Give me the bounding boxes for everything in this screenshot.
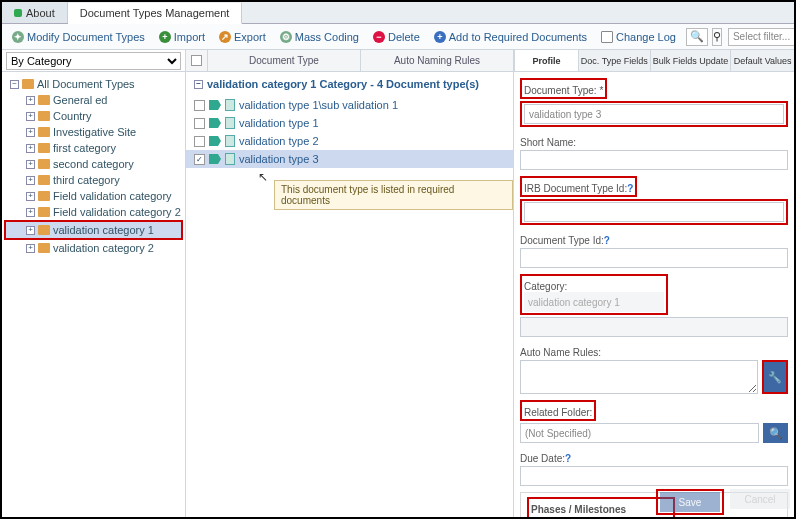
highlight-box: Document Type: * bbox=[520, 78, 607, 99]
document-icon bbox=[225, 135, 235, 147]
due-date-input[interactable] bbox=[520, 466, 788, 486]
tree-item[interactable]: +Field validation category bbox=[4, 188, 183, 204]
tree-root[interactable]: −All Document Types bbox=[4, 76, 183, 92]
tab-dtm[interactable]: Document Types Management bbox=[68, 3, 243, 24]
save-button[interactable]: Save bbox=[660, 492, 720, 512]
help-icon[interactable]: ? bbox=[627, 183, 633, 194]
gear-icon: ✦ bbox=[12, 31, 24, 43]
expand-icon[interactable]: + bbox=[26, 160, 35, 169]
rtab-doc-fields[interactable]: Doc. Type Fields bbox=[578, 50, 650, 71]
tree-item[interactable]: +Investigative Site bbox=[4, 124, 183, 140]
cancel-button[interactable]: Cancel bbox=[730, 489, 790, 509]
related-label: Related Folder: bbox=[524, 407, 592, 418]
expand-icon[interactable]: + bbox=[26, 176, 35, 185]
mass-coding-button[interactable]: ⚙Mass Coding bbox=[274, 29, 365, 45]
row-checkbox[interactable] bbox=[194, 100, 205, 111]
expand-icon[interactable]: + bbox=[26, 208, 35, 217]
expand-icon[interactable]: + bbox=[26, 244, 35, 253]
document-icon bbox=[225, 99, 235, 111]
category-selector-cell: By Category bbox=[2, 50, 186, 71]
tree-item[interactable]: +Country bbox=[4, 108, 183, 124]
sub-header: By Category Document Type Auto Naming Ru… bbox=[2, 50, 794, 72]
rtab-default-values[interactable]: Default Values bbox=[730, 50, 794, 71]
expand-icon[interactable]: + bbox=[26, 128, 35, 137]
plus-icon: + bbox=[434, 31, 446, 43]
grid-header: Document Type Auto Naming Rules bbox=[186, 50, 514, 71]
folder-icon bbox=[38, 243, 50, 253]
expand-icon[interactable]: + bbox=[26, 192, 35, 201]
tag-icon bbox=[209, 100, 221, 110]
expand-icon[interactable]: + bbox=[26, 112, 35, 121]
search-icon: 🔍 bbox=[690, 30, 704, 43]
delete-button[interactable]: −Delete bbox=[367, 29, 426, 45]
doctype-label: Document Type: * bbox=[524, 85, 603, 96]
tag-icon bbox=[209, 136, 221, 146]
expand-icon[interactable]: + bbox=[26, 96, 35, 105]
help-icon[interactable]: ? bbox=[565, 453, 571, 464]
wrench-button[interactable]: 🔧 bbox=[762, 360, 788, 394]
expand-icon[interactable]: + bbox=[26, 144, 35, 153]
folder-icon bbox=[38, 207, 50, 217]
irb-label: IRB Document Type Id: bbox=[524, 183, 627, 194]
doc-row[interactable]: validation type 1\sub validation 1 bbox=[186, 96, 513, 114]
rtab-bulk-update[interactable]: Bulk Fields Update bbox=[650, 50, 731, 71]
doc-row[interactable]: validation type 2 bbox=[186, 132, 513, 150]
autoname-input[interactable] bbox=[520, 360, 758, 394]
docid-label: Document Type Id: bbox=[520, 235, 604, 246]
log-icon bbox=[601, 31, 613, 43]
import-button[interactable]: +Import bbox=[153, 29, 211, 45]
col-document-type[interactable]: Document Type bbox=[208, 50, 361, 71]
tree-item[interactable]: +Field validation category 2 bbox=[4, 204, 183, 220]
document-icon bbox=[225, 117, 235, 129]
changelog-button[interactable]: Change Log bbox=[595, 29, 682, 45]
row-checkbox[interactable] bbox=[194, 118, 205, 129]
tree-item[interactable]: +General ed bbox=[4, 92, 183, 108]
plus-icon: + bbox=[159, 31, 171, 43]
export-button[interactable]: ↗Export bbox=[213, 29, 272, 45]
doc-row-selected[interactable]: ✓validation type 3 bbox=[186, 150, 513, 168]
main-area: −All Document Types +General ed +Country… bbox=[2, 72, 794, 517]
col-auto-naming[interactable]: Auto Naming Rules bbox=[361, 50, 514, 71]
collapse-icon[interactable]: − bbox=[194, 80, 203, 89]
highlight-box: Category: bbox=[520, 274, 668, 315]
irb-input[interactable] bbox=[524, 202, 784, 222]
category-mode-select[interactable]: By Category bbox=[6, 52, 181, 70]
footer-buttons: Save Cancel bbox=[656, 489, 790, 515]
doc-row[interactable]: validation type 1 bbox=[186, 114, 513, 132]
row-checkbox[interactable] bbox=[194, 136, 205, 147]
document-list: −validation category 1 Category - 4 Docu… bbox=[186, 72, 514, 517]
tab-about[interactable]: About bbox=[2, 2, 68, 23]
profile-panel: Document Type: * Short Name: IRB Documen… bbox=[514, 72, 794, 517]
modify-button[interactable]: ✦Modify Document Types bbox=[6, 29, 151, 45]
category-full-input[interactable] bbox=[520, 317, 788, 337]
expand-icon[interactable]: + bbox=[26, 226, 35, 235]
doctype-input[interactable] bbox=[524, 104, 784, 124]
folder-icon bbox=[38, 175, 50, 185]
related-folder-input[interactable] bbox=[520, 423, 759, 443]
help-icon[interactable]: ? bbox=[604, 235, 610, 246]
row-checkbox[interactable]: ✓ bbox=[194, 154, 205, 165]
tree-item[interactable]: +third category bbox=[4, 172, 183, 188]
cursor-icon: ↖ bbox=[258, 170, 268, 184]
collapse-icon[interactable]: − bbox=[10, 80, 19, 89]
add-required-button[interactable]: +Add to Required Documents bbox=[428, 29, 593, 45]
filter-select[interactable]: Select filter... bbox=[728, 28, 796, 46]
search-container: 🔍 bbox=[686, 28, 708, 46]
checkbox-header[interactable] bbox=[186, 50, 208, 71]
tooltip: This document type is listed in required… bbox=[274, 180, 513, 210]
folder-icon bbox=[38, 143, 50, 153]
search-folder-button[interactable]: 🔍 bbox=[763, 423, 788, 443]
folder-icon bbox=[22, 79, 34, 89]
filter-button[interactable]: ⚲ bbox=[712, 28, 722, 46]
shortname-input[interactable] bbox=[520, 150, 788, 170]
doc-label: validation type 2 bbox=[239, 135, 319, 147]
docid-input[interactable] bbox=[520, 248, 788, 268]
tree-item-selected[interactable]: +validation category 1 bbox=[4, 220, 183, 240]
folder-icon bbox=[38, 159, 50, 169]
tree-item[interactable]: +first category bbox=[4, 140, 183, 156]
category-input bbox=[524, 292, 664, 312]
tree-item[interactable]: +validation category 2 bbox=[4, 240, 183, 256]
tree-item[interactable]: +second category bbox=[4, 156, 183, 172]
rtab-profile[interactable]: Profile bbox=[514, 50, 578, 71]
shortname-label: Short Name: bbox=[520, 137, 576, 148]
